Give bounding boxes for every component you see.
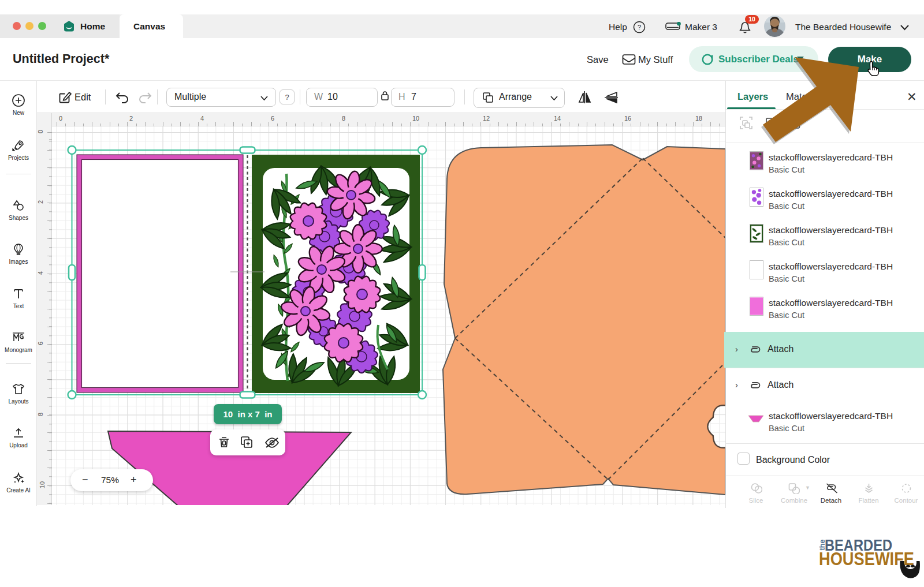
- svg-text:?: ?: [638, 24, 641, 31]
